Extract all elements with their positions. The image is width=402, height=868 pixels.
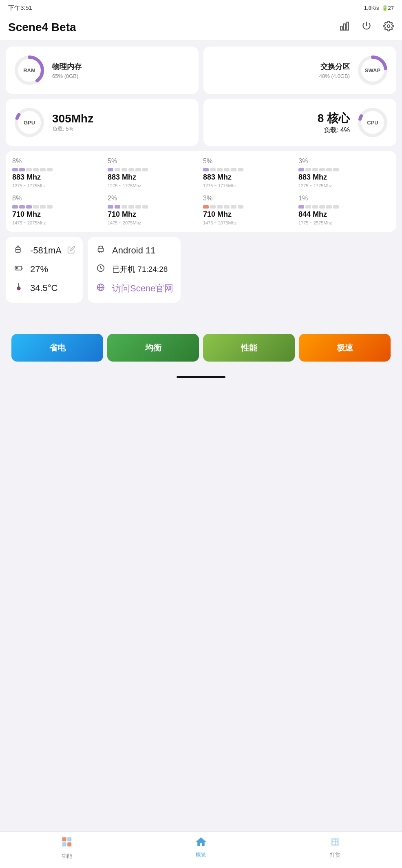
core-bars-5 [108, 204, 148, 209]
power-icon[interactable] [361, 21, 372, 34]
nav-label-home: 概览 [196, 851, 206, 859]
battery-current: -581mA [30, 245, 62, 256]
core-range-3: 1275 ~ 1775Mhz [298, 183, 332, 188]
settings-icon[interactable] [383, 21, 394, 34]
cpu-load: 负载: 4% [318, 126, 350, 135]
mode-btn-save[interactable]: 省电 [11, 334, 103, 362]
core-item-1: 5%883 Mhz1275 ~ 1775Mhz [108, 158, 199, 188]
core-pct-0: 8% [12, 158, 22, 165]
status-bar: 下午3:51 1.8K/s 🔋27 [0, 0, 402, 16]
gpu-label: GPU [24, 120, 35, 126]
core-range-4: 1475 ~ 2075Mhz [12, 220, 46, 225]
mode-btn-balance[interactable]: 均衡 [107, 334, 199, 362]
core-item-0: 8%883 Mhz1275 ~ 1775Mhz [12, 158, 104, 188]
ram-card: RAM 物理内存 65% (8GB) [6, 47, 199, 94]
ram-sub: 65% (8GB) [52, 73, 191, 79]
nav-label-reward: 打赏 [330, 851, 340, 859]
cpu-card: 8 核心 负载: 4% CPU [203, 99, 396, 146]
current-row: -581mA [13, 245, 75, 256]
core-range-1: 1275 ~ 1775Mhz [108, 183, 141, 188]
batt-pct-row: 27% [13, 264, 75, 275]
swap-donut: SWAP [356, 54, 389, 87]
swap-info: 交换分区 48% (4.0GB) [211, 62, 350, 79]
battery-card: -581mA 27% 34.5°C [6, 237, 83, 303]
ram-label: RAM [23, 67, 35, 73]
core-range-2: 1275 ~ 1775Mhz [203, 183, 236, 188]
mode-btn-perf[interactable]: 性能 [203, 334, 295, 362]
edit-icon[interactable] [67, 246, 75, 256]
nav-item-打赏[interactable]: 打赏 [268, 836, 402, 860]
cpu-info: 8 核心 负载: 4% [318, 111, 350, 135]
app-title: Scene4 Beta [8, 21, 76, 34]
android-row: Android 11 [95, 245, 173, 256]
battery-icon [13, 264, 24, 275]
nav-item-概览[interactable]: 概览 [134, 836, 268, 860]
core-pct-5: 2% [108, 195, 117, 202]
temp-icon [13, 282, 24, 294]
svg-rect-17 [98, 248, 104, 251]
nav-func-icon [61, 836, 73, 851]
temp-row: 34.5°C [13, 282, 75, 294]
sys-card: Android 11 已开机 71:24:28 访问Scene官网 [88, 237, 181, 303]
website-link[interactable]: 访问Scene官网 [112, 282, 173, 295]
core-pct-7: 1% [298, 195, 308, 202]
mode-buttons: 省电均衡性能极速 [6, 328, 396, 367]
nav-reward-icon [329, 836, 341, 850]
cpu-cores: 8 核心 [318, 111, 350, 126]
core-bars-1 [108, 166, 148, 171]
row-gpu-cpu: GPU 305Mhz 负载: 5% 8 核心 负载: 4% CPU [6, 99, 396, 146]
battery-temp: 34.5°C [30, 283, 58, 293]
core-mhz-7: 844 Mhz [298, 210, 327, 219]
android-version: Android 11 [112, 245, 155, 256]
core-item-3: 3%883 Mhz1275 ~ 1775Mhz [298, 158, 390, 188]
core-mhz-3: 883 Mhz [298, 173, 327, 182]
swap-title: 交换分区 [211, 62, 350, 71]
svg-rect-0 [340, 26, 342, 30]
core-pct-6: 3% [203, 195, 212, 202]
svg-rect-2 [347, 22, 348, 30]
bottom-nav: 功能 概览 打赏 [0, 831, 402, 868]
swap-label: SWAP [365, 67, 380, 73]
battery-pct: 🔋27 [382, 5, 394, 11]
core-item-6: 3%710 Mhz1475 ~ 2075Mhz [203, 195, 294, 225]
nav-item-功能[interactable]: 功能 [0, 836, 134, 860]
status-right: 1.8K/s 🔋27 [364, 5, 394, 11]
core-bars-4 [12, 204, 53, 209]
svg-rect-26 [62, 837, 66, 841]
svg-rect-28 [62, 842, 66, 846]
nav-indicator [177, 376, 225, 378]
core-mhz-5: 710 Mhz [108, 210, 136, 219]
core-item-7: 1%844 Mhz1775 ~ 2575Mhz [298, 195, 390, 225]
svg-rect-14 [16, 267, 18, 269]
core-bars-7 [298, 204, 339, 209]
svg-point-3 [387, 25, 390, 28]
svg-rect-27 [68, 837, 72, 841]
core-bars-3 [298, 166, 339, 171]
ram-donut: RAM [13, 54, 46, 87]
top-bar: Scene4 Beta [0, 16, 402, 41]
nav-home-icon [195, 836, 207, 850]
core-range-7: 1775 ~ 2575Mhz [298, 220, 332, 225]
gpu-load: 负载: 5% [52, 125, 93, 133]
cpu-label: CPU [367, 120, 378, 126]
ram-title: 物理内存 [52, 62, 191, 71]
status-time: 下午3:51 [8, 4, 32, 12]
website-row[interactable]: 访问Scene官网 [95, 282, 173, 295]
cores-grid: 8%883 Mhz1275 ~ 1775Mhz5%883 Mhz1275 ~ 1… [6, 151, 396, 232]
core-range-5: 1475 ~ 2075Mhz [108, 220, 141, 225]
row-mem: RAM 物理内存 65% (8GB) 交换分区 48% (4.0GB) SWAP [6, 47, 396, 94]
gpu-card: GPU 305Mhz 负载: 5% [6, 99, 199, 146]
core-item-5: 2%710 Mhz1475 ~ 2075Mhz [108, 195, 199, 225]
chart-icon[interactable] [339, 21, 350, 34]
plug-icon [13, 245, 24, 256]
android-icon [95, 245, 106, 256]
mode-btn-turbo[interactable]: 极速 [299, 334, 391, 362]
gpu-info: 305Mhz 负载: 5% [52, 112, 93, 133]
core-bars-2 [203, 166, 243, 171]
cpu-donut: CPU [356, 106, 389, 139]
battery-percent: 27% [30, 264, 48, 275]
planet-icon [95, 283, 106, 294]
core-mhz-6: 710 Mhz [203, 210, 232, 219]
nav-label-func: 功能 [62, 852, 72, 860]
svg-line-20 [99, 246, 99, 247]
